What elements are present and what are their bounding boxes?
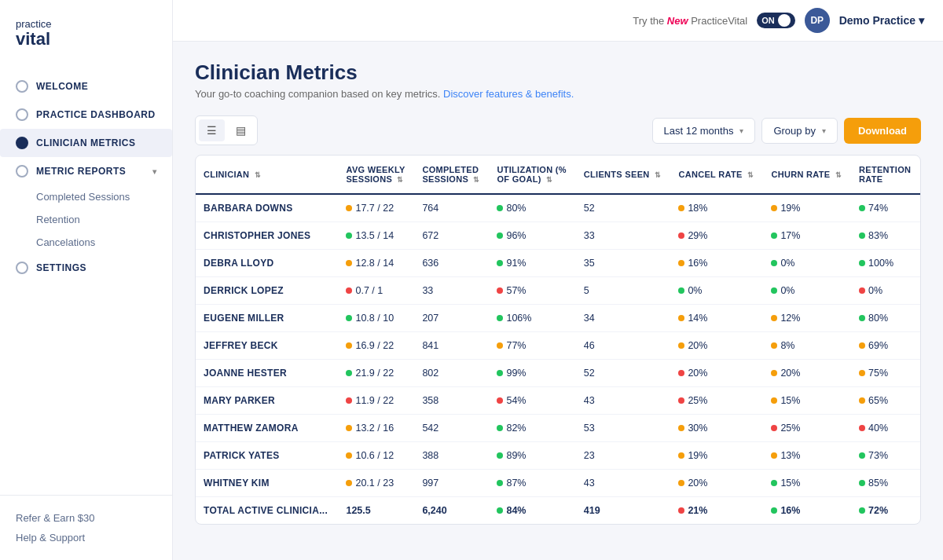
- practice-name[interactable]: Demo Practice ▾: [839, 14, 924, 27]
- cell-clients-seen: 46: [576, 332, 671, 360]
- nav-circle-clinician: [16, 137, 28, 149]
- cell-retention: 73%: [851, 442, 920, 470]
- clinician-name[interactable]: MARY PARKER: [204, 395, 275, 406]
- cell-avg-weekly: 125.5: [338, 497, 414, 525]
- sidebar-item-metric-reports[interactable]: METRIC REPORTS ▾: [0, 157, 172, 185]
- cell-utilization: 96%: [489, 222, 575, 250]
- cell-clients-seen: 23: [576, 442, 671, 470]
- group-by-label: Group by: [773, 125, 815, 137]
- dot-icon: [859, 342, 865, 349]
- sidebar-item-retention[interactable]: Retention: [36, 208, 172, 231]
- col-completed: COMPLETEDSESSIONS ⇅: [414, 156, 489, 194]
- clinician-name[interactable]: BARBARA DOWNS: [204, 203, 292, 214]
- cell-retention: 100%: [851, 250, 920, 277]
- clinician-name[interactable]: WHITNEY KIM: [204, 478, 270, 489]
- dot-icon: [678, 425, 684, 431]
- cell-churn-rate: 12%: [763, 305, 851, 332]
- cell-retention: 0%: [851, 277, 920, 305]
- dot-icon: [678, 397, 684, 404]
- sidebar-item-completed-sessions[interactable]: Completed Sessions: [36, 185, 172, 208]
- clinician-name[interactable]: PATRICK YATES: [204, 450, 280, 461]
- dot-icon: [771, 342, 777, 349]
- new-toggle[interactable]: ON: [757, 13, 795, 28]
- dot-icon: [678, 370, 684, 376]
- nav-section: WELCOME PRACTICE DASHBOARD CLINICIAN MET…: [0, 64, 172, 290]
- dot-icon: [859, 452, 865, 459]
- cell-clients-seen: 52: [576, 360, 671, 387]
- refer-link[interactable]: Refer & Earn $30: [16, 508, 156, 528]
- clinician-name[interactable]: EUGENE MILLER: [204, 313, 284, 324]
- clinician-name[interactable]: DEBRA LLOYD: [204, 258, 274, 269]
- cell-utilization: 54%: [489, 387, 575, 415]
- clinician-name[interactable]: CHRISTOPHER JONES: [204, 230, 310, 241]
- discover-link[interactable]: Discover features & benefits.: [443, 88, 574, 100]
- clinician-name[interactable]: MATTHEW ZAMORA: [204, 423, 299, 434]
- sidebar-label-reports: METRIC REPORTS: [36, 166, 126, 177]
- cell-utilization: 89%: [489, 442, 575, 470]
- help-link[interactable]: Help & Support: [16, 528, 156, 547]
- dot-icon: [497, 397, 503, 404]
- toggle-label: ON: [761, 16, 775, 25]
- page-subtitle: Your go-to coaching companion based on k…: [195, 88, 921, 100]
- cell-clients-seen: 5: [576, 277, 671, 305]
- cell-avg-weekly: 12.8 / 14: [338, 250, 414, 277]
- dot-icon: [771, 397, 777, 404]
- dot-icon: [859, 370, 865, 376]
- clinician-name[interactable]: DERRICK LOPEZ: [204, 285, 284, 296]
- nav-circle-welcome: [16, 80, 28, 93]
- cell-cancel-rate: 20%: [670, 360, 763, 387]
- sidebar-item-practice-dashboard[interactable]: PRACTICE DASHBOARD: [0, 101, 172, 129]
- dot-icon: [771, 315, 777, 321]
- table-body: BARBARA DOWNS 17.7 / 22 764 80% 52 18% 1…: [196, 194, 920, 524]
- dot-icon: [859, 232, 865, 239]
- dot-icon: [497, 205, 503, 211]
- dot-icon: [771, 370, 777, 376]
- toolbar: ☰ ▤ Last 12 months ▾ Group by ▾ Download: [195, 115, 921, 145]
- clinician-name[interactable]: TOTAL ACTIVE CLINICIA...: [204, 505, 328, 516]
- cell-clients-seen: 53: [576, 415, 671, 442]
- cell-avg-weekly: 20.1 / 23: [338, 470, 414, 497]
- dot-icon: [497, 370, 503, 376]
- sidebar-item-welcome[interactable]: WELCOME: [0, 72, 172, 101]
- group-by-dropdown[interactable]: Group by ▾: [761, 118, 837, 144]
- list-view-button[interactable]: ☰: [199, 119, 225, 141]
- dot-icon: [346, 205, 352, 211]
- dot-icon: [678, 315, 684, 321]
- col-avg-weekly: AVG WEEKLYSESSIONS ⇅: [338, 156, 414, 194]
- dot-icon: [678, 205, 684, 211]
- toggle-circle: [778, 14, 791, 27]
- sidebar-item-clinician-metrics[interactable]: CLINICIAN METRICS: [0, 129, 172, 157]
- sort-icon: ⇅: [255, 171, 261, 179]
- cell-churn-rate: 13%: [763, 442, 851, 470]
- cell-cancel-rate: 29%: [670, 222, 763, 250]
- cell-clients-seen: 43: [576, 470, 671, 497]
- table-row: EUGENE MILLER 10.8 / 10 207 106% 34 14% …: [196, 305, 920, 332]
- col-retention: RETENTIONRATE: [851, 156, 920, 194]
- dot-icon: [859, 507, 865, 514]
- cell-completed: 802: [414, 360, 489, 387]
- cell-clinician: MATTHEW ZAMORA: [196, 415, 338, 442]
- cell-clinician: DERRICK LOPEZ: [196, 277, 338, 305]
- cell-cancel-rate: 14%: [670, 305, 763, 332]
- cell-clients-seen: 35: [576, 250, 671, 277]
- dot-icon: [678, 507, 684, 514]
- cell-clinician: WHITNEY KIM: [196, 470, 338, 497]
- cell-churn-rate: 15%: [763, 470, 851, 497]
- dot-icon: [346, 342, 352, 349]
- dot-icon: [859, 287, 865, 294]
- clinician-name[interactable]: JEFFREY BECK: [204, 340, 278, 351]
- grid-view-button[interactable]: ▤: [228, 119, 254, 141]
- cell-clinician: JEFFREY BECK: [196, 332, 338, 360]
- data-table-container: CLINICIAN ⇅ AVG WEEKLYSESSIONS ⇅ COMPLET…: [195, 155, 921, 525]
- clinician-name[interactable]: JOANNE HESTER: [204, 368, 287, 379]
- sidebar-item-settings[interactable]: SETTINGS: [0, 254, 172, 282]
- table-row: DEBRA LLOYD 12.8 / 14 636 91% 35 16% 0% …: [196, 250, 920, 277]
- main-area: Try the New PracticeVital ON DP Demo Pra…: [173, 0, 943, 560]
- download-button[interactable]: Download: [844, 118, 921, 144]
- cell-utilization: 91%: [489, 250, 575, 277]
- sidebar-item-cancelations[interactable]: Cancelations: [36, 231, 172, 254]
- dot-icon: [346, 287, 352, 294]
- date-range-label: Last 12 months: [664, 125, 734, 137]
- date-range-dropdown[interactable]: Last 12 months ▾: [652, 118, 756, 144]
- cell-churn-rate: 0%: [763, 250, 851, 277]
